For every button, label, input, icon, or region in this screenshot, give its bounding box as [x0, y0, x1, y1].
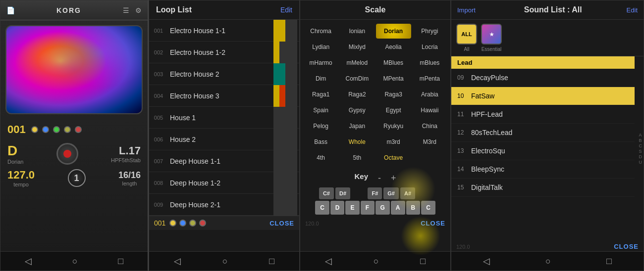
- scale-cell-mblues-min[interactable]: mBlues: [412, 55, 447, 70]
- sound-item[interactable]: 12 80sTechLead: [451, 124, 635, 142]
- sound-tab-essential[interactable]: ★ Essential: [481, 24, 502, 52]
- korg-square-button[interactable]: □: [118, 256, 123, 267]
- key-c-sharp[interactable]: C#: [319, 187, 334, 199]
- scale-cell-japan[interactable]: Japan: [339, 119, 375, 134]
- sound-item[interactable]: 13 ElectroSqu: [451, 142, 635, 160]
- key-a-sharp[interactable]: A#: [400, 187, 415, 199]
- scale-cell-gypsy[interactable]: Gypsy: [339, 103, 375, 118]
- dot-red[interactable]: [75, 126, 82, 133]
- dot-yellow[interactable]: [31, 126, 38, 133]
- loop-close-button[interactable]: CLOSE: [269, 220, 294, 227]
- korg-measure-number[interactable]: 1: [68, 169, 86, 187]
- key-plus-button[interactable]: +: [391, 173, 396, 183]
- sidebar-letter-b[interactable]: B: [639, 138, 643, 143]
- scale-cell-egypt[interactable]: Egypt: [376, 103, 411, 118]
- scale-cell-hawaii[interactable]: Hawaii: [412, 103, 447, 118]
- sound-item-active[interactable]: 10 FatSaw: [451, 87, 635, 105]
- footer-dot-blue[interactable]: [179, 220, 186, 226]
- loop-home-button[interactable]: ○: [222, 256, 228, 267]
- key-c2[interactable]: C: [421, 201, 435, 215]
- scale-cell-raga3[interactable]: Raga3: [376, 87, 411, 102]
- loop-item[interactable]: 009 Deep House 2-1: [149, 194, 299, 216]
- scale-cell-locria[interactable]: Locria: [412, 40, 447, 54]
- dot-green[interactable]: [53, 126, 60, 133]
- scale-cell-5th[interactable]: 5th: [339, 150, 375, 165]
- dot-olive[interactable]: [64, 126, 71, 133]
- scale-cell-mpenta[interactable]: MPenta: [376, 71, 411, 86]
- dot-blue[interactable]: [42, 126, 49, 133]
- scale-cell-arabia[interactable]: Arabia: [412, 87, 447, 102]
- scale-cell-pelog[interactable]: Pelog: [303, 119, 338, 134]
- scale-cell-ionian[interactable]: Ionian: [339, 24, 375, 39]
- scale-cell-phrygi[interactable]: Phrygi: [412, 24, 447, 39]
- loop-item[interactable]: 004 Electro House 3: [149, 85, 299, 107]
- scale-cell-aeolia[interactable]: Aeolia: [376, 40, 411, 54]
- key-g[interactable]: G: [376, 201, 390, 215]
- sidebar-letter-c[interactable]: C: [639, 143, 643, 148]
- scale-cell-mixlyd[interactable]: Mixlyd: [339, 40, 375, 54]
- key-minus-button[interactable]: -: [378, 173, 381, 183]
- sound-item[interactable]: 15 DigitalTalk: [451, 179, 635, 197]
- scale-square-button[interactable]: □: [420, 256, 426, 267]
- scale-cell-dim[interactable]: Dim: [303, 71, 338, 86]
- key-e[interactable]: E: [345, 201, 359, 215]
- sound-close-button[interactable]: CLOSE: [614, 243, 639, 250]
- footer-dot-red[interactable]: [199, 220, 206, 226]
- list-icon[interactable]: ☰: [123, 6, 129, 14]
- scale-cell-M3rd[interactable]: M3rd: [412, 135, 447, 149]
- sound-import-button[interactable]: Import: [457, 6, 476, 14]
- sidebar-letter-a[interactable]: A: [639, 133, 643, 137]
- footer-dot-yellow[interactable]: [169, 220, 176, 226]
- scale-cell-mpenta-min[interactable]: mPenta: [412, 71, 447, 86]
- loop-item[interactable]: 007 Deep House 1-1: [149, 150, 299, 172]
- scale-cell-bass[interactable]: Bass: [303, 135, 338, 149]
- sound-item[interactable]: 09 DecayPulse: [451, 69, 635, 87]
- sidebar-letter-s[interactable]: S: [639, 149, 643, 154]
- scale-cell-mblues-maj[interactable]: MBlues: [376, 55, 411, 70]
- scale-cell-mmelod[interactable]: mMelod: [339, 55, 375, 70]
- korg-record-button[interactable]: [56, 143, 78, 165]
- scale-cell-raga2[interactable]: Raga2: [339, 87, 375, 102]
- loop-item[interactable]: 008 Deep House 1-2: [149, 172, 299, 194]
- key-b[interactable]: B: [406, 201, 421, 215]
- key-g-sharp[interactable]: G#: [383, 187, 399, 199]
- loop-back-button[interactable]: ◁: [174, 256, 181, 267]
- key-d[interactable]: D: [330, 201, 345, 215]
- loop-item[interactable]: 002 Electro House 1-2: [149, 42, 299, 63]
- key-d-sharp[interactable]: D#: [335, 187, 350, 199]
- sound-tab-all[interactable]: ALL All: [456, 24, 477, 52]
- scale-cell-lydian[interactable]: Lydian: [303, 40, 338, 54]
- loop-item[interactable]: 003 Electro House 2: [149, 63, 299, 85]
- key-c[interactable]: C: [315, 201, 329, 215]
- scale-cell-mharmo[interactable]: mHarmo: [303, 55, 338, 70]
- scale-cell-ryukyu[interactable]: Ryukyu: [376, 119, 411, 134]
- sidebar-letter-d[interactable]: D: [639, 154, 643, 159]
- korg-back-button[interactable]: ◁: [25, 256, 32, 267]
- scale-cell-raga1[interactable]: Raga1: [303, 87, 338, 102]
- loop-list-edit-button[interactable]: Edit: [280, 6, 292, 14]
- sound-square-button[interactable]: □: [606, 256, 612, 267]
- sound-home-button[interactable]: ○: [545, 256, 551, 267]
- scale-cell-spain[interactable]: Spain: [303, 103, 338, 118]
- sound-back-button[interactable]: ◁: [483, 256, 490, 267]
- key-f[interactable]: F: [361, 201, 375, 215]
- footer-dot-olive[interactable]: [189, 220, 196, 226]
- scale-back-button[interactable]: ◁: [325, 256, 332, 267]
- settings-icon[interactable]: ⚙: [135, 6, 142, 14]
- korg-home-button[interactable]: ○: [72, 256, 78, 267]
- scale-cell-china[interactable]: China: [412, 119, 447, 134]
- loop-item[interactable]: 006 House 2: [149, 129, 299, 150]
- scale-close-button[interactable]: CLOSE: [421, 220, 445, 227]
- sound-item[interactable]: 11 HPF-Lead: [451, 105, 635, 124]
- scale-cell-chroma[interactable]: Chroma: [303, 24, 338, 39]
- loop-item[interactable]: 005 House 1: [149, 107, 299, 129]
- file-icon[interactable]: 📄: [6, 6, 15, 14]
- sound-edit-button[interactable]: Edit: [627, 6, 638, 14]
- scale-cell-octave[interactable]: Octave: [376, 150, 411, 165]
- key-f-sharp[interactable]: F#: [368, 187, 382, 199]
- sidebar-letter-u[interactable]: U: [639, 160, 643, 165]
- scale-cell-4th[interactable]: 4th: [303, 150, 338, 165]
- scale-cell-whole[interactable]: Whole: [339, 135, 375, 149]
- loop-square-button[interactable]: □: [269, 256, 274, 267]
- scale-cell-m3rd[interactable]: m3rd: [376, 135, 411, 149]
